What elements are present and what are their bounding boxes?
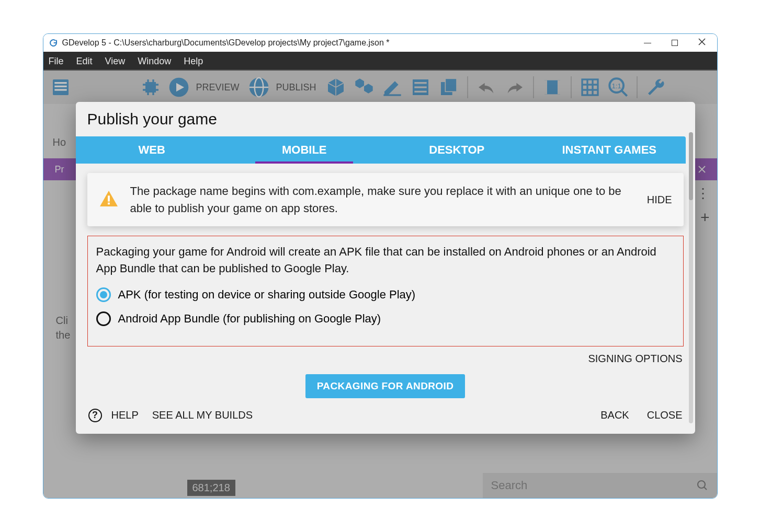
menubar: File Edit View Window Help [43,52,717,71]
tab-web[interactable]: WEB [76,136,229,164]
menu-edit[interactable]: Edit [76,56,93,67]
modal-title: Publish your game [76,102,695,136]
package-button[interactable]: PACKAGING FOR ANDROID [305,374,466,398]
signing-options-link[interactable]: SIGNING OPTIONS [76,353,683,365]
packaging-options: Packaging your game for Android will cre… [87,236,684,346]
radio-icon [96,287,111,302]
radio-aab[interactable]: Android App Bundle (for publishing on Go… [96,311,675,326]
radio-icon [96,311,111,326]
app-icon [49,38,58,48]
modal-footer: ? HELP SEE ALL MY BUILDS BACK CLOSE [76,409,695,425]
modal-scrollbar[interactable] [689,132,693,423]
radio-aab-label: Android App Bundle (for publishing on Go… [118,312,381,326]
warning-text: The package name begins with com.example… [130,182,636,217]
close-button[interactable] [697,38,707,48]
svg-rect-42 [108,203,110,205]
menu-file[interactable]: File [49,56,64,67]
help-link[interactable]: HELP [111,409,139,421]
warning-banner: The package name begins with com.example… [87,173,684,226]
see-builds-link[interactable]: SEE ALL MY BUILDS [152,409,253,421]
publish-modal: Publish your game WEB MOBILE DESKTOP INS… [76,102,695,434]
minimize-button[interactable] [643,38,652,48]
warning-icon [99,190,119,210]
tab-instant-games[interactable]: INSTANT GAMES [533,136,686,164]
menu-window[interactable]: Window [138,56,171,67]
close-modal-button[interactable]: CLOSE [647,409,683,421]
app-window: GDevelop 5 - C:\Users\charburg\Documents… [43,33,718,499]
menu-view[interactable]: View [105,56,126,67]
svg-rect-41 [108,195,110,201]
hide-button[interactable]: HIDE [647,194,672,206]
maximize-button[interactable] [670,38,679,48]
menu-help[interactable]: Help [184,56,203,67]
titlebar: GDevelop 5 - C:\Users\charburg\Documents… [43,34,717,52]
publish-tabs: WEB MOBILE DESKTOP INSTANT GAMES [76,136,686,164]
tab-desktop[interactable]: DESKTOP [381,136,534,164]
scrollbar-thumb[interactable] [689,132,693,200]
radio-apk-label: APK (for testing on device or sharing ou… [118,288,416,302]
radio-apk[interactable]: APK (for testing on device or sharing ou… [96,287,675,302]
packaging-description: Packaging your game for Android will cre… [96,244,675,277]
help-icon[interactable]: ? [88,409,102,422]
window-title: GDevelop 5 - C:\Users\charburg\Documents… [62,38,643,48]
back-button[interactable]: BACK [600,409,629,421]
tab-mobile[interactable]: MOBILE [228,136,381,164]
